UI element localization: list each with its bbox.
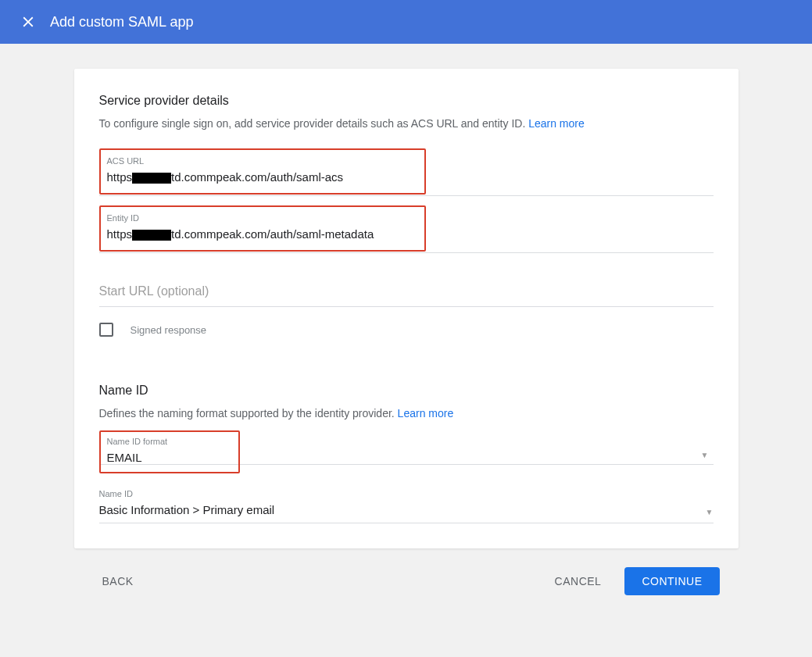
name-id-desc-text: Defines the naming format supported by t… bbox=[99, 407, 395, 420]
signed-response-checkbox[interactable] bbox=[99, 323, 113, 337]
learn-more-link-sp[interactable]: Learn more bbox=[528, 117, 585, 130]
sp-details-desc: To configure single sign on, add service… bbox=[99, 117, 714, 130]
start-url-field[interactable]: Start URL (optional) bbox=[99, 284, 714, 307]
start-url-placeholder: Start URL (optional) bbox=[99, 284, 209, 298]
entity-id-label: Entity ID bbox=[107, 213, 418, 223]
name-id-format-label: Name ID format bbox=[107, 437, 232, 446]
sp-details-desc-text: To configure single sign on, add service… bbox=[99, 117, 526, 130]
close-button[interactable] bbox=[13, 6, 44, 37]
acs-url-label: ACS URL bbox=[107, 156, 418, 166]
name-id-format-value: EMAIL bbox=[107, 451, 232, 464]
redacted-text bbox=[132, 230, 171, 241]
chevron-down-icon: ▼ bbox=[701, 451, 709, 459]
name-id-title: Name ID bbox=[99, 384, 714, 398]
cancel-button[interactable]: CANCEL bbox=[546, 569, 611, 594]
acs-url-field[interactable]: httpstd.commpeak.com/auth/saml-acs bbox=[107, 170, 418, 184]
close-icon bbox=[20, 13, 37, 30]
sp-details-title: Service provider details bbox=[99, 94, 714, 108]
main-card: Service provider details To configure si… bbox=[74, 69, 739, 548]
dialog-header: Add custom SAML app bbox=[0, 0, 812, 44]
name-id-select-value: Basic Information > Primary email bbox=[99, 503, 275, 516]
learn-more-link-nameid[interactable]: Learn more bbox=[398, 407, 454, 420]
name-id-format-dropdown[interactable]: ▼ Name ID format EMAIL bbox=[99, 430, 714, 473]
entity-id-field[interactable]: httpstd.commpeak.com/auth/saml-metadata bbox=[107, 227, 418, 241]
name-id-select-dropdown[interactable]: Basic Information > Primary email ▼ bbox=[99, 503, 714, 523]
dialog-title: Add custom SAML app bbox=[50, 14, 193, 30]
entity-id-highlight: Entity ID httpstd.commpeak.com/auth/saml… bbox=[99, 205, 426, 252]
chevron-down-icon: ▼ bbox=[706, 508, 714, 516]
back-button[interactable]: BACK bbox=[93, 569, 143, 594]
signed-response-label: Signed response bbox=[131, 324, 207, 336]
continue-button[interactable]: CONTINUE bbox=[624, 567, 719, 595]
name-id-desc: Defines the naming format supported by t… bbox=[99, 407, 714, 420]
name-id-select-label: Name ID bbox=[99, 489, 714, 498]
footer-bar: BACK CANCEL CONTINUE bbox=[74, 548, 739, 595]
redacted-text bbox=[132, 173, 171, 184]
acs-url-highlight: ACS URL httpstd.commpeak.com/auth/saml-a… bbox=[99, 148, 426, 195]
